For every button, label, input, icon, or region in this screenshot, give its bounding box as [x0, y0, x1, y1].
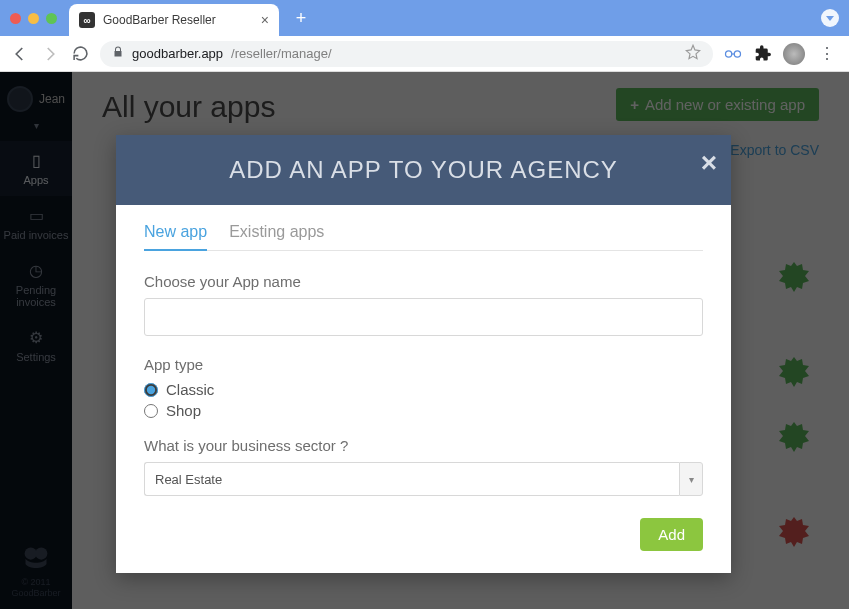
- tab-close-icon[interactable]: ×: [261, 12, 269, 28]
- tab-favicon-icon: ∞: [79, 12, 95, 28]
- modal-close-icon[interactable]: ×: [701, 147, 717, 179]
- extensions-icon[interactable]: [753, 44, 773, 64]
- modal-title: ADD AN APP TO YOUR AGENCY: [229, 156, 618, 184]
- link-eye-icon[interactable]: [723, 44, 743, 64]
- profile-avatar[interactable]: [783, 43, 805, 65]
- sector-select[interactable]: Real Estate ▾: [144, 462, 703, 496]
- radio-classic-label: Classic: [166, 381, 214, 398]
- browser-tab-strip: ∞ GoodBarber Reseller × +: [0, 0, 849, 36]
- forward-button[interactable]: [40, 44, 60, 64]
- browser-menu-icon[interactable]: ⋮: [815, 44, 839, 63]
- app-type-label: App type: [144, 356, 703, 373]
- back-button[interactable]: [10, 44, 30, 64]
- tab-title: GoodBarber Reseller: [103, 13, 253, 27]
- modal-add-button[interactable]: Add: [640, 518, 703, 551]
- sector-dropdown-icon[interactable]: ▾: [679, 462, 703, 496]
- modal-tabs: New app Existing apps: [144, 223, 703, 251]
- modal-body: New app Existing apps Choose your App na…: [116, 205, 731, 573]
- window-controls: [10, 13, 57, 24]
- app-name-input[interactable]: [144, 298, 703, 336]
- tabs-menu-icon[interactable]: [821, 9, 839, 27]
- svg-point-0: [726, 50, 732, 56]
- browser-toolbar: goodbarber.app/reseller/manage/ ⋮: [0, 36, 849, 72]
- app-type-radios: Classic Shop: [144, 381, 703, 419]
- tab-existing-apps[interactable]: Existing apps: [229, 223, 324, 250]
- sector-select-value: Real Estate: [144, 462, 679, 496]
- url-domain: goodbarber.app: [132, 46, 223, 61]
- reload-button[interactable]: [70, 44, 90, 64]
- address-bar[interactable]: goodbarber.app/reseller/manage/: [100, 41, 713, 67]
- new-tab-button[interactable]: +: [289, 6, 313, 30]
- close-window-icon[interactable]: [10, 13, 21, 24]
- url-path: /reseller/manage/: [231, 46, 331, 61]
- lock-icon: [112, 46, 124, 61]
- svg-point-1: [734, 50, 740, 56]
- minimize-window-icon[interactable]: [28, 13, 39, 24]
- app-name-label: Choose your App name: [144, 273, 703, 290]
- maximize-window-icon[interactable]: [46, 13, 57, 24]
- bookmark-star-icon[interactable]: [685, 44, 701, 63]
- radio-shop-label: Shop: [166, 402, 201, 419]
- browser-tab[interactable]: ∞ GoodBarber Reseller ×: [69, 4, 279, 36]
- radio-classic[interactable]: Classic: [144, 381, 703, 398]
- tab-new-app[interactable]: New app: [144, 223, 207, 251]
- modal-header: ADD AN APP TO YOUR AGENCY ×: [116, 135, 731, 205]
- radio-shop[interactable]: Shop: [144, 402, 703, 419]
- sector-label: What is your business sector ?: [144, 437, 703, 454]
- radio-classic-input[interactable]: [144, 383, 158, 397]
- radio-shop-input[interactable]: [144, 404, 158, 418]
- add-app-modal: ADD AN APP TO YOUR AGENCY × New app Exis…: [116, 135, 731, 573]
